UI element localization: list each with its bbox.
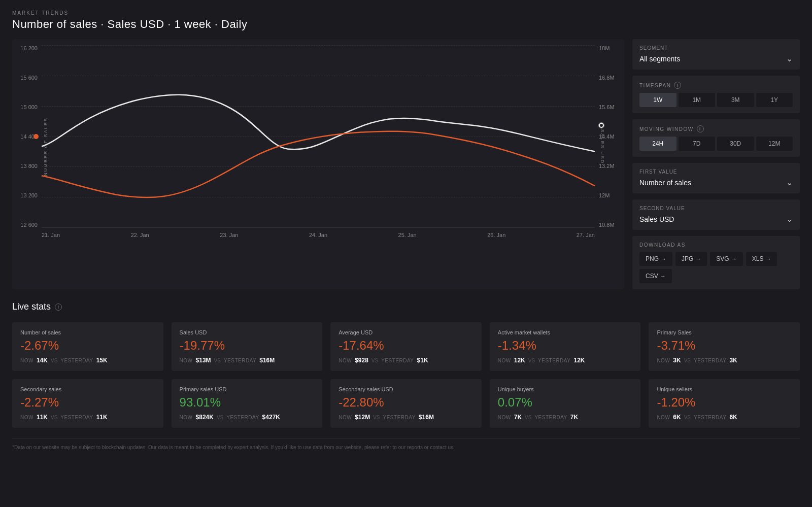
download-buttons: PNG → JPG → SVG → XLS → CSV → bbox=[639, 252, 793, 283]
stat-value: -17.64% bbox=[339, 339, 473, 353]
download-jpg-button[interactable]: JPG → bbox=[675, 252, 707, 266]
vs-label: VS bbox=[373, 415, 380, 420]
timespan-card: TIMESPAN i 1W 1M 3M 1Y bbox=[632, 76, 800, 113]
download-csv-button[interactable]: CSV → bbox=[639, 269, 672, 283]
y-axis-right: 18M 16.8M 15.6M 14.4M 13.2M 12M 10.8M bbox=[595, 45, 624, 228]
first-value-card[interactable]: First value Number of sales ⌄ bbox=[632, 163, 800, 193]
stat-yesterday-label: YESTERDAY bbox=[538, 358, 570, 363]
stat-label: Secondary sales USD bbox=[339, 386, 473, 392]
moving-window-card: MOVING WINDOW i 24H 7D 30D 12M bbox=[632, 119, 800, 157]
stat-now-val: 14K bbox=[37, 357, 48, 364]
moving-window-label: MOVING WINDOW bbox=[639, 126, 694, 132]
vs-label: VS bbox=[684, 358, 691, 363]
left-axis-dot bbox=[33, 134, 39, 139]
stat-card-number-of-sales: Number of sales -2.67% NOW 14K VS YESTER… bbox=[12, 322, 163, 371]
stat-now-val: 11K bbox=[37, 414, 48, 421]
stat-value: -2.27% bbox=[20, 395, 155, 410]
stat-yesterday-val: 3K bbox=[729, 357, 737, 364]
stat-value: -1.34% bbox=[498, 339, 633, 353]
stat-now-label: NOW bbox=[339, 358, 352, 363]
download-xls-button[interactable]: XLS → bbox=[746, 252, 777, 266]
x-axis: 21. Jan 22. Jan 23. Jan 24. Jan 25. Jan … bbox=[42, 228, 595, 248]
stat-yesterday-label: YESTERDAY bbox=[224, 358, 256, 363]
segment-card[interactable]: Segment All segments ⌄ bbox=[632, 39, 800, 70]
stat-yesterday-val: 6K bbox=[729, 414, 737, 421]
stat-now-label: NOW bbox=[20, 358, 33, 363]
stat-card-secondary-sales: Secondary sales -2.27% NOW 11K VS YESTER… bbox=[12, 379, 163, 428]
download-svg-button[interactable]: SVG → bbox=[710, 252, 742, 266]
stat-value: -19.77% bbox=[180, 339, 315, 353]
vs-label: VS bbox=[51, 415, 57, 420]
second-value-chevron-icon: ⌄ bbox=[786, 214, 793, 224]
stat-value: -22.80% bbox=[339, 395, 473, 410]
stat-now-label: NOW bbox=[20, 415, 33, 420]
stat-card-average-usd: Average USD -17.64% NOW $928 VS YESTERDA… bbox=[330, 322, 482, 371]
stats-grid-row1: Number of sales -2.67% NOW 14K VS YESTER… bbox=[12, 322, 800, 371]
stat-label: Sales USD bbox=[180, 329, 315, 335]
footer-note: *Data on our website may be subject to b… bbox=[12, 438, 800, 450]
second-value-card[interactable]: Second value Sales USD ⌄ bbox=[632, 199, 800, 230]
stat-label: Average USD bbox=[339, 329, 473, 335]
moving-window-btn-12m[interactable]: 12M bbox=[756, 137, 793, 151]
right-axis-dot bbox=[599, 123, 604, 128]
chart-area: NUMBER OF SALES SALES USD 16 200 15 600 … bbox=[12, 39, 624, 289]
chart-svg bbox=[42, 45, 595, 227]
stat-yesterday-label: YESTERDAY bbox=[381, 358, 414, 363]
stat-card-sales-usd: Sales USD -19.77% NOW $13M VS YESTERDAY … bbox=[172, 322, 323, 371]
stats-grid-row2: Secondary sales -2.27% NOW 11K VS YESTER… bbox=[12, 379, 800, 428]
stat-label: Active market wallets bbox=[498, 329, 633, 335]
vs-label: VS bbox=[217, 415, 223, 420]
moving-window-button-group: 24H 7D 30D 12M bbox=[639, 137, 793, 151]
stat-now-val: $928 bbox=[355, 357, 368, 364]
stat-yesterday-label: YESTERDAY bbox=[383, 415, 416, 420]
stat-yesterday-label: YESTERDAY bbox=[60, 358, 93, 363]
stat-now-val: 3K bbox=[673, 357, 681, 364]
stat-now-label: NOW bbox=[657, 415, 670, 420]
timespan-label: TIMESPAN bbox=[639, 83, 671, 88]
stat-card-active-market-wallets: Active market wallets -1.34% NOW 12K VS … bbox=[490, 322, 641, 371]
stat-now-val: 12K bbox=[514, 357, 525, 364]
stat-now-val: $824K bbox=[196, 414, 214, 421]
stat-now-val: $13M bbox=[196, 357, 211, 364]
vs-label: VS bbox=[371, 358, 378, 363]
stat-now-label: NOW bbox=[180, 358, 193, 363]
stat-value: 0.07% bbox=[498, 395, 633, 410]
moving-window-btn-24h[interactable]: 24H bbox=[639, 137, 676, 151]
stat-now-label: NOW bbox=[657, 358, 670, 363]
download-label: DOWNLOAD AS bbox=[639, 242, 686, 248]
first-value-value: Number of sales bbox=[639, 179, 691, 187]
stat-now-label: NOW bbox=[498, 358, 511, 363]
stat-label: Primary sales USD bbox=[180, 386, 315, 392]
chart-title: Number of sales · Sales USD · 1 week · D… bbox=[12, 18, 800, 31]
vs-label: VS bbox=[51, 358, 57, 363]
stat-value: -2.67% bbox=[20, 339, 155, 353]
timespan-btn-3m[interactable]: 3M bbox=[717, 93, 754, 107]
timespan-btn-1m[interactable]: 1M bbox=[679, 93, 716, 107]
stat-label: Primary Sales bbox=[657, 329, 792, 335]
vs-label: VS bbox=[214, 358, 221, 363]
stat-card-primary-sales-usd: Primary sales USD 93.01% NOW $824K VS YE… bbox=[172, 379, 323, 428]
stat-card-secondary-sales-usd: Secondary sales USD -22.80% NOW $12M VS … bbox=[330, 379, 482, 428]
segment-chevron-icon: ⌄ bbox=[786, 54, 793, 63]
live-stats-section: Live stats i Number of sales -2.67% NOW … bbox=[12, 301, 800, 450]
timespan-btn-1y[interactable]: 1Y bbox=[756, 93, 793, 107]
stat-now-label: NOW bbox=[498, 415, 511, 420]
stat-yesterday-label: YESTERDAY bbox=[226, 415, 259, 420]
app-title: MARKET TRENDS bbox=[12, 10, 800, 16]
stat-now-val: 6K bbox=[673, 414, 681, 421]
first-value-chevron-icon: ⌄ bbox=[786, 178, 793, 187]
stat-yesterday-label: YESTERDAY bbox=[60, 415, 93, 420]
sidebar: Segment All segments ⌄ TIMESPAN i 1W 1M … bbox=[632, 39, 800, 289]
stat-label: Number of sales bbox=[20, 329, 155, 335]
timespan-btn-1w[interactable]: 1W bbox=[639, 93, 676, 107]
stat-yesterday-val: $427K bbox=[262, 414, 280, 421]
stat-yesterday-label: YESTERDAY bbox=[694, 358, 726, 363]
live-stats-info-icon: i bbox=[55, 303, 62, 311]
stat-yesterday-val: $16M bbox=[419, 414, 434, 421]
first-value-label: First value bbox=[639, 169, 793, 175]
moving-window-btn-7d[interactable]: 7D bbox=[679, 137, 716, 151]
second-value-label: Second value bbox=[639, 206, 793, 211]
stat-yesterday-label: YESTERDAY bbox=[694, 415, 726, 420]
moving-window-btn-30d[interactable]: 30D bbox=[717, 137, 754, 151]
download-png-button[interactable]: PNG → bbox=[639, 252, 672, 266]
